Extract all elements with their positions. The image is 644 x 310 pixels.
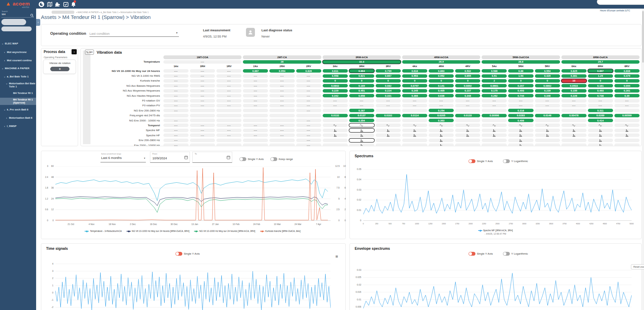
vibration-cell[interactable]: 0.0205 (429, 114, 454, 117)
toggle-switch[interactable] (503, 252, 510, 256)
vibration-cell[interactable]: 0.414 (588, 119, 613, 122)
expand-process-data-button[interactable]: › (72, 49, 77, 54)
vibration-cell[interactable] (402, 133, 427, 137)
toggle-switch[interactable] (469, 159, 475, 163)
vibration-cell[interactable] (508, 133, 533, 137)
vibration-cell[interactable]: 0.429 (535, 74, 560, 78)
vibration-cell[interactable]: 0.245 (402, 89, 427, 93)
vibration-cell[interactable]: 28.8 (482, 60, 560, 64)
vibration-cell[interactable]: 0.00996 (482, 114, 507, 117)
vibration-cell[interactable]: 0 (535, 79, 560, 83)
vibration-cell[interactable] (455, 133, 480, 137)
legend-item[interactable]: Spectre MF [3RM-InCA, 3RH] (478, 229, 513, 232)
vibration-cell[interactable]: 0.586 (482, 69, 507, 73)
vibration-cell[interactable]: 0 (376, 79, 401, 83)
vibration-cell[interactable]: 0.952 (429, 74, 454, 78)
vibration-cell[interactable]: 0.262 (482, 94, 507, 97)
vibration-cell[interactable] (588, 133, 613, 137)
vibration-cell[interactable] (614, 129, 640, 132)
vibration-cell[interactable] (508, 139, 533, 142)
vibration-cell[interactable]: 0.366 (402, 94, 427, 97)
spectrums-legend[interactable]: Spectre MF [3RM-InCA, 3RH] (413, 229, 578, 232)
vibration-cell[interactable]: 0.254 (429, 109, 454, 112)
toggle-switch[interactable] (503, 159, 510, 163)
single-y-axis-toggle[interactable]: Single Y Axis (469, 158, 493, 164)
toggle-switch[interactable] (175, 252, 182, 256)
vibration-cell[interactable]: 0.558 (323, 74, 348, 78)
vibration-cell[interactable]: 0.239 (535, 89, 560, 93)
vibration-cell[interactable]: 0.094 (614, 84, 640, 87)
operating-condition-select[interactable]: Last condition (89, 29, 179, 37)
vibration-cell[interactable] (323, 129, 348, 132)
vibration-cell[interactable]: 0.0146 (535, 114, 560, 117)
vibration-cell[interactable]: 0.261 (614, 89, 640, 93)
sidebar-item-mot-asynchrone[interactable]: ›Mot asynchrone (0, 50, 36, 55)
vibration-cell[interactable]: 0.825 (561, 69, 587, 73)
breadcrumb[interactable]: • MACHINE A PAPIER • a_Bel Bale Toile 1 … (76, 11, 149, 13)
vibration-cell[interactable]: 0.954 (269, 69, 294, 73)
vibration-cell[interactable]: 0.479 (614, 74, 640, 78)
vibration-cell[interactable]: 0.0132 (323, 114, 348, 117)
vibration-cell[interactable] (588, 124, 613, 127)
vibration-cell[interactable]: 0.175 (482, 89, 507, 93)
vibration-cell[interactable] (508, 129, 533, 132)
sidebar-item-k-pre-sech-batt-6[interactable]: ›k_Pre sech Batt 6 (0, 108, 36, 112)
envelope-plot[interactable] (363, 267, 632, 310)
vibration-cell[interactable]: 0.342 (323, 94, 348, 97)
trend-plot[interactable] (55, 166, 331, 221)
vibration-cell[interactable]: 0.553 (402, 74, 427, 78)
sidebar-item-l-rmsp[interactable]: ›l_RMSP (0, 124, 36, 129)
vibration-cell[interactable] (508, 143, 533, 146)
vibration-cell[interactable] (535, 133, 560, 137)
vibration-cell[interactable]: 0.658 (349, 94, 374, 97)
vibration-cell[interactable]: 0.0661 (482, 84, 507, 87)
vibration-cell[interactable]: 0.655 (455, 74, 480, 78)
vibration-cell[interactable]: 0.406 (508, 119, 533, 122)
vibration-cell[interactable] (323, 124, 348, 127)
vibration-cell[interactable] (376, 129, 401, 132)
vibration-cell[interactable]: 0.237 (455, 89, 480, 93)
vibration-cell[interactable]: 0.331 (376, 94, 401, 97)
vibration-cell[interactable]: 0.738 (588, 94, 613, 97)
vibration-cell[interactable]: 0.863 (429, 69, 454, 73)
vibration-cell[interactable]: 0.897 (588, 69, 613, 73)
vibration-cell[interactable]: 0 (455, 79, 480, 83)
chevron-down-icon[interactable]: › (2, 43, 5, 45)
chevron-down-icon[interactable]: › (6, 83, 9, 85)
vibration-cell[interactable]: 0.0137 (349, 114, 374, 117)
chart-menu-icon[interactable]: ≡ (335, 254, 338, 259)
calendar-icon[interactable] (227, 156, 230, 159)
vibration-cell[interactable]: 0.39 (614, 94, 640, 97)
reset-zoom-button[interactable]: Reset zoom (631, 264, 644, 269)
vibration-cell[interactable]: 0.88 (508, 69, 533, 73)
keep-range-toggle[interactable]: Keep range (270, 156, 293, 162)
fft-icon[interactable]: FFT (85, 50, 94, 55)
chevron-down-icon[interactable]: › (4, 76, 7, 78)
vibration-cell[interactable]: 0 (323, 79, 348, 83)
vibration-cell[interactable]: 0.287 (349, 109, 374, 112)
map-icon[interactable] (47, 1, 53, 7)
vibration-cell[interactable]: 0.363 (429, 119, 454, 122)
spectrums-plot[interactable] (363, 169, 632, 221)
vibration-cell[interactable]: 2 (482, 79, 507, 83)
vibration-cell[interactable]: 1.54 (508, 74, 533, 78)
vibration-cell[interactable] (349, 124, 374, 127)
vibration-cell[interactable] (376, 133, 401, 137)
vibration-cell[interactable]: 0.082 (376, 84, 401, 87)
vibration-cell[interactable] (429, 124, 454, 127)
vibration-cell[interactable]: 0.0533 (561, 84, 587, 87)
donut-chart-icon[interactable] (39, 1, 44, 7)
single-y-axis-toggle[interactable]: Single Y Axis (469, 250, 493, 257)
global-search-input[interactable] (597, 0, 644, 5)
vibration-cell[interactable]: 0.532 (455, 69, 480, 73)
vibration-cell[interactable]: 26 (243, 60, 321, 64)
vibration-cell[interactable] (508, 124, 533, 127)
vibration-cell[interactable]: 0.0842 (323, 84, 348, 87)
vibration-cell[interactable]: 10 (561, 79, 587, 83)
vibration-cell[interactable]: 0.51 (482, 74, 507, 78)
vibration-cell[interactable]: 0.0892 (455, 84, 480, 87)
calendar-check-icon[interactable] (63, 1, 69, 7)
vibration-cell[interactable] (349, 129, 374, 132)
chevron-right-icon[interactable]: › (6, 117, 9, 120)
predefined-range-select[interactable]: Select predefined range Last 6 months ▾ (100, 153, 146, 162)
